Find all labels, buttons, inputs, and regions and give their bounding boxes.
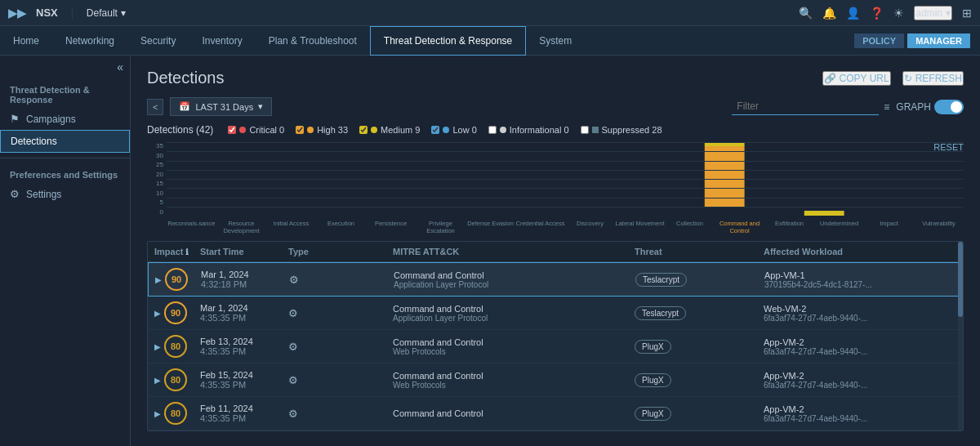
legend-high-checkbox[interactable]: [296, 126, 304, 134]
x-label-resource: Resource Development: [216, 220, 266, 234]
start-time-cell: Feb 15, 2024 4:35:35 PM: [200, 370, 282, 390]
date-range-button[interactable]: 📅 LAST 31 Days ▾: [170, 97, 272, 116]
y-label-15: 15: [147, 180, 163, 187]
filter-input[interactable]: [732, 98, 879, 115]
sidebar-item-campaigns[interactable]: ⚑ Campaigns: [0, 108, 130, 130]
x-label-discovery: Discovery: [565, 220, 615, 234]
sidebar-item-detections[interactable]: Detections: [0, 130, 130, 153]
search-icon[interactable]: 🔍: [799, 7, 813, 20]
legend-high[interactable]: High 33: [296, 125, 348, 135]
legend-informational-checkbox[interactable]: [488, 126, 497, 134]
refresh-button[interactable]: ↻ REFRESH: [902, 71, 964, 86]
legend-critical[interactable]: Critical 0: [228, 125, 284, 135]
impact-cell: ▶ 80: [154, 335, 194, 358]
type-cell: ⚙: [289, 274, 387, 286]
grid-line: [167, 161, 964, 162]
table-row[interactable]: ▶ 90 Mar 1, 2024 4:32:18 PM ⚙ Command an…: [148, 262, 963, 297]
legend-low[interactable]: Low 0: [431, 125, 476, 135]
x-label-undetermined: Undetermined: [814, 220, 864, 234]
legend-critical-checkbox[interactable]: [228, 126, 236, 134]
legend-medium[interactable]: Medium 9: [359, 125, 420, 135]
chevron-down-icon: ▾: [258, 101, 263, 112]
sidebar-item-settings[interactable]: ⚙ Settings: [0, 183, 130, 205]
row-expand-arrow[interactable]: ▶: [155, 275, 162, 284]
copy-url-button[interactable]: 🔗 COPY URL: [822, 71, 891, 86]
threat-cell: PlugX: [635, 407, 757, 421]
filter-icon[interactable]: ≡: [884, 101, 889, 113]
refresh-icon: ↻: [904, 73, 912, 84]
legend-medium-checkbox[interactable]: [359, 126, 368, 134]
start-time-cell: Mar 1, 2024 4:32:18 PM: [201, 270, 283, 289]
page-title: Detections: [147, 69, 225, 87]
x-label-persistence: Persistence: [366, 220, 416, 234]
mitre-cell: Command and Control Web Protocols: [393, 337, 628, 356]
legend-suppressed[interactable]: Suppressed 28: [581, 125, 662, 135]
impact-cell: ▶ 90: [155, 268, 194, 291]
impact-badge: 80: [164, 402, 187, 425]
table-row[interactable]: ▶ 80 Feb 13, 2024 4:35:35 PM ⚙ Command a…: [148, 330, 963, 363]
row-expand-arrow[interactable]: ▶: [154, 409, 161, 418]
legend-suppressed-checkbox[interactable]: [581, 126, 589, 134]
toolbar: < 📅 LAST 31 Days ▾ ≡ GRAPH: [147, 97, 964, 116]
type-icon: ⚙: [288, 408, 298, 420]
nav-home[interactable]: Home: [0, 26, 52, 56]
row-expand-arrow[interactable]: ▶: [154, 376, 161, 385]
legend-low-checkbox[interactable]: [431, 126, 439, 134]
main-content: Detections 🔗 COPY URL ↻ REFRESH < 📅 LAST…: [131, 56, 980, 446]
user-icon[interactable]: 👤: [846, 7, 860, 20]
mitre-cell: Command and Control Application Layer Pr…: [393, 304, 628, 323]
nav-system[interactable]: System: [526, 26, 585, 56]
impact-badge: 90: [165, 268, 188, 291]
workload-cell: App-VM-2 6fa3af74-27d7-4aeb-9440-...: [764, 371, 943, 390]
x-label-credential: Credential Access: [515, 220, 565, 234]
notifications-icon[interactable]: 🔔: [822, 7, 836, 20]
graph-toggle-switch[interactable]: [934, 100, 964, 114]
policy-button[interactable]: POLICY: [854, 33, 904, 48]
nav-threat[interactable]: Threat Detection & Response: [370, 26, 526, 56]
legend-informational[interactable]: Informational 0: [488, 125, 569, 135]
default-dropdown[interactable]: Default ▾: [80, 4, 132, 22]
theme-icon[interactable]: ☀: [893, 7, 904, 20]
table-row[interactable]: ▶ 80 Feb 11, 2024 4:35:35 PM ⚙ Command a…: [148, 397, 963, 430]
th-workload: Affected Workload: [764, 247, 943, 256]
nsx-label: NSX: [36, 7, 58, 19]
table-row[interactable]: ▶ 80 Feb 15, 2024 4:35:35 PM ⚙ Command a…: [148, 363, 963, 397]
manager-button[interactable]: MANAGER: [907, 33, 970, 48]
chevron-down-icon: ▾: [121, 7, 126, 19]
type-icon: ⚙: [288, 374, 298, 386]
chart-container: RESET 35 30 25 20 15 10 5 0: [147, 142, 964, 234]
type-icon: ⚙: [288, 307, 298, 319]
top-icons: 🔍 🔔 👤 ❓ ☀ admin ▾ ⊞: [799, 6, 972, 20]
grid-icon[interactable]: ⊞: [962, 7, 972, 20]
workload-cell: App-VM-2 6fa3af74-27d7-4aeb-9440-...: [764, 404, 943, 423]
admin-button[interactable]: admin ▾: [914, 6, 952, 20]
y-label-20: 20: [147, 171, 163, 178]
reset-button[interactable]: RESET: [933, 142, 964, 152]
prev-arrow-button[interactable]: <: [147, 99, 163, 115]
collapse-icon[interactable]: «: [117, 60, 123, 74]
nav-inventory[interactable]: Inventory: [189, 26, 255, 56]
chevron-down-icon: ▾: [946, 7, 951, 19]
nav-security[interactable]: Security: [127, 26, 189, 56]
table-row[interactable]: ▶ 90 Mar 1, 2024 4:35:35 PM ⚙ Command an…: [148, 297, 963, 330]
detections-table: Impact ℹ Start Time Type MITRE ATT&CK Th…: [147, 241, 964, 431]
x-label-initial: Initial Access: [266, 220, 316, 234]
nav-plan[interactable]: Plan & Troubleshoot: [256, 26, 370, 56]
toolbar-right: ≡ GRAPH: [732, 98, 964, 115]
workload-cell: App-VM-1 370195b4-2dc5-4dc1-8127-...: [764, 270, 944, 289]
nav-networking[interactable]: Networking: [52, 26, 127, 56]
workload-cell: App-VM-2 6fa3af74-27d7-4aeb-9440-...: [764, 337, 943, 356]
row-expand-arrow[interactable]: ▶: [154, 342, 161, 351]
page-header: Detections 🔗 COPY URL ↻ REFRESH: [147, 69, 964, 87]
impact-cell: ▶ 80: [154, 402, 194, 425]
th-start-time: Start Time: [200, 247, 282, 256]
x-label-vulnerability: Vulnerability: [914, 220, 964, 234]
scrollbar-thumb[interactable]: [958, 242, 963, 317]
row-expand-arrow[interactable]: ▶: [154, 309, 161, 318]
mitre-cell: Command and Control: [393, 408, 628, 418]
threat-cell: Teslacrypt: [635, 306, 757, 320]
mitre-cell: Command and Control Application Layer Pr…: [394, 270, 629, 289]
help-icon[interactable]: ❓: [870, 7, 884, 20]
scrollbar-track: [958, 242, 963, 430]
threat-cell: PlugX: [635, 340, 757, 354]
